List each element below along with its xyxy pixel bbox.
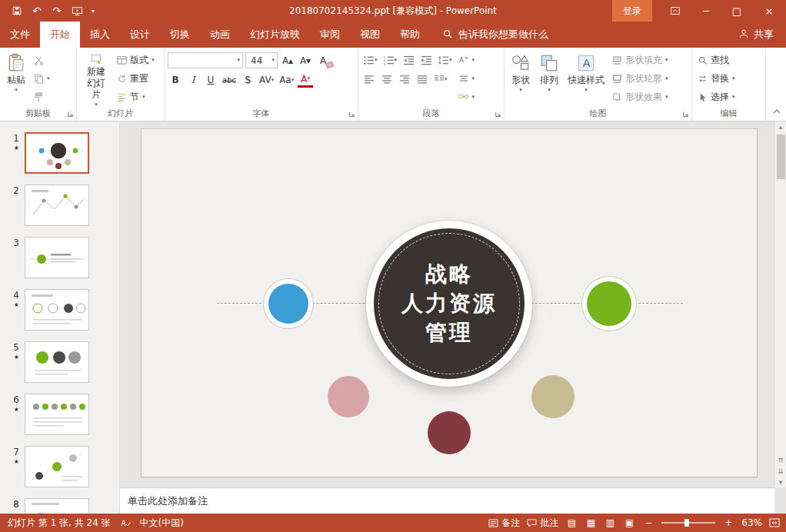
thumbnail-slide-6[interactable]: 6★	[0, 394, 119, 435]
align-right-button[interactable]	[397, 71, 412, 87]
slideshow-view-button[interactable]: ▣	[623, 517, 635, 528]
copy-button[interactable]: ▾	[32, 71, 52, 86]
columns-button[interactable]: ▾	[432, 71, 449, 87]
slide-canvas[interactable]: 战略 人力资源 管理	[142, 129, 757, 477]
decrease-indent-button[interactable]	[401, 52, 416, 68]
thumbnail-slide-5[interactable]: 5★	[0, 341, 119, 383]
reading-view-button[interactable]: ▥	[604, 517, 616, 528]
clipboard-dialog-launcher[interactable]	[67, 111, 75, 118]
new-slide-button[interactable]: 新建幻灯片 ▾	[80, 50, 112, 108]
zoom-slider-thumb[interactable]	[684, 519, 689, 527]
reset-button[interactable]: 重置	[115, 71, 157, 86]
drawing-dialog-launcher[interactable]	[682, 111, 690, 118]
italic-button[interactable]: I	[185, 72, 201, 88]
tab-design[interactable]: 设计	[120, 22, 160, 48]
shape-fill-button[interactable]: 形状填充▾	[610, 52, 671, 68]
thumbnail-slide-3[interactable]: 3	[0, 237, 119, 278]
quick-styles-button[interactable]: A 快速样式 ▾	[565, 50, 608, 108]
thumbnail-slide-2[interactable]: 2	[0, 185, 119, 226]
line-spacing-button[interactable]: ▾	[436, 52, 454, 68]
blue-circle-shape[interactable]	[268, 284, 308, 324]
slide-sorter-view-button[interactable]: ▦	[585, 517, 597, 528]
thumbnail-slide-1[interactable]: 1★	[0, 132, 119, 174]
normal-view-button[interactable]: ▤	[565, 517, 578, 528]
character-spacing-button[interactable]: AV▾	[258, 72, 275, 88]
tab-help[interactable]: 帮助	[390, 22, 430, 48]
pink-circle-shape[interactable]	[328, 376, 369, 417]
tab-slideshow[interactable]: 幻灯片放映	[240, 22, 310, 48]
align-text-button[interactable]: ▾	[456, 71, 478, 86]
login-button[interactable]: 登录	[612, 0, 652, 22]
green-circle-shape[interactable]	[587, 281, 631, 326]
fit-slide-to-window-button[interactable]	[769, 518, 780, 527]
align-center-button[interactable]	[379, 71, 395, 87]
comments-toggle-button[interactable]: 批注	[527, 517, 558, 530]
layout-button[interactable]: 版式▾	[115, 52, 157, 68]
next-slide-button[interactable]: ⇊	[775, 466, 786, 477]
convert-to-smartart-button[interactable]: ▾	[456, 89, 478, 105]
tan-circle-shape[interactable]	[531, 375, 575, 418]
section-button[interactable]: 节▾	[115, 89, 157, 105]
main-title-circle[interactable]: 战略 人力资源 管理	[366, 221, 532, 387]
shape-effects-button[interactable]: 形状效果▾	[610, 89, 671, 105]
font-color-button[interactable]: A▾	[298, 72, 313, 88]
format-painter-button[interactable]	[32, 89, 52, 105]
font-dialog-launcher[interactable]	[348, 111, 356, 118]
notes-toggle-button[interactable]: 备注	[488, 517, 520, 530]
shape-outline-button[interactable]: 形状轮廓▾	[610, 71, 671, 86]
redo-button[interactable]: ↷	[48, 2, 66, 20]
clear-formatting-button[interactable]: A	[315, 53, 331, 68]
change-case-button[interactable]: Aa▾	[278, 72, 295, 88]
paragraph-dialog-launcher[interactable]	[495, 111, 502, 118]
thumbnail-slide-8[interactable]: 8	[0, 498, 119, 514]
bold-button[interactable]: B	[168, 72, 183, 88]
align-left-button[interactable]	[361, 71, 377, 87]
shrink-font-button[interactable]: A▾	[298, 53, 313, 68]
tab-animations[interactable]: 动画	[200, 22, 240, 48]
font-size-combo[interactable]: 44▾	[245, 52, 278, 68]
spell-check-button[interactable]	[120, 518, 131, 527]
start-slideshow-button[interactable]	[68, 2, 86, 20]
text-shadow-button[interactable]: S	[240, 72, 255, 88]
shapes-button[interactable]: 形状 ▾	[508, 50, 534, 108]
zoom-in-button[interactable]: +	[722, 517, 734, 528]
scrollbar-thumb[interactable]	[777, 135, 785, 179]
zoom-out-button[interactable]: −	[642, 517, 654, 528]
tab-insert[interactable]: 插入	[80, 22, 120, 48]
close-button[interactable]: ×	[752, 0, 786, 22]
scroll-down-arrow-icon[interactable]: ▾	[775, 477, 786, 487]
customize-qat-caret-icon[interactable]: ▾	[88, 2, 98, 20]
zoom-level[interactable]: 63%	[741, 517, 762, 528]
arrange-button[interactable]: 排列 ▾	[536, 50, 562, 108]
ribbon-display-options-button[interactable]	[660, 0, 691, 22]
save-button[interactable]	[8, 2, 26, 20]
select-button[interactable]: 选择▾	[695, 89, 738, 105]
zoom-slider[interactable]	[661, 522, 715, 524]
find-button[interactable]: 查找	[695, 52, 738, 68]
scroll-up-arrow-icon[interactable]: ▴	[775, 121, 786, 132]
bullets-button[interactable]: ▾	[361, 52, 379, 68]
strikethrough-button[interactable]: abc	[221, 72, 238, 88]
vertical-scrollbar[interactable]: ▴ ⇈ ⇊ ▾	[774, 121, 786, 487]
tab-file[interactable]: 文件	[0, 22, 40, 48]
paste-button[interactable]: 粘贴 ▾	[3, 50, 29, 108]
cut-button[interactable]	[32, 52, 52, 68]
undo-button[interactable]: ↶	[28, 2, 46, 20]
numbering-button[interactable]: 123▾	[381, 52, 399, 68]
dark-red-circle-shape[interactable]	[428, 411, 471, 454]
minimize-button[interactable]: ─	[691, 0, 721, 22]
tab-transitions[interactable]: 切换	[160, 22, 200, 48]
tab-view[interactable]: 视图	[350, 22, 390, 48]
language-indicator[interactable]: 中文(中国)	[140, 517, 184, 530]
tab-review[interactable]: 审阅	[310, 22, 350, 48]
replace-button[interactable]: 替换▾	[695, 71, 738, 86]
tell-me-search[interactable]: 告诉我你想要做什么	[442, 22, 548, 48]
collapse-ribbon-button[interactable]	[772, 103, 781, 118]
underline-button[interactable]: U	[203, 72, 218, 88]
maximize-button[interactable]: □	[721, 0, 752, 22]
notes-pane[interactable]: 单击此处添加备注	[120, 487, 774, 514]
text-direction-button[interactable]: A▾	[456, 52, 478, 68]
tab-home[interactable]: 开始	[40, 22, 80, 48]
justify-button[interactable]	[415, 71, 430, 87]
thumbnail-slide-4[interactable]: 4★	[0, 289, 119, 331]
